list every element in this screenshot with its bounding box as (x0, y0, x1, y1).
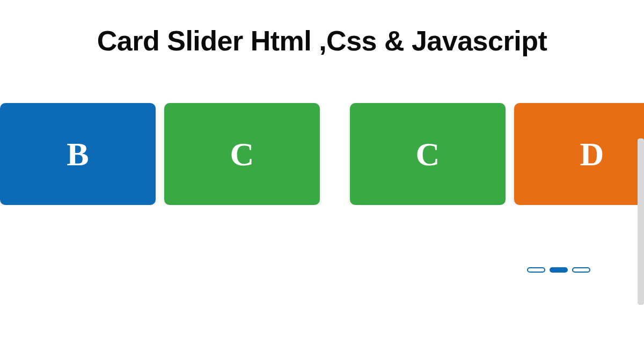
pagination-dots (527, 267, 590, 273)
card-label: C (416, 135, 440, 173)
card-d[interactable]: D (514, 103, 644, 205)
card-label: D (580, 135, 604, 173)
card-label: B (67, 135, 89, 173)
card-c[interactable]: C (164, 103, 320, 205)
page-title: Card Slider Html ,Css & Javascript (0, 0, 644, 74)
scrollbar-track[interactable] (638, 138, 644, 305)
card-label: C (230, 135, 254, 173)
card-b[interactable]: B (0, 103, 156, 205)
pagination-dot-3[interactable] (572, 267, 590, 273)
slider-container: B C C D (0, 74, 644, 246)
pagination-dot-1[interactable] (527, 267, 545, 273)
pagination-dot-2[interactable] (550, 267, 568, 273)
slider-track[interactable]: B C C D (0, 74, 644, 205)
card-c[interactable]: C (350, 103, 506, 205)
